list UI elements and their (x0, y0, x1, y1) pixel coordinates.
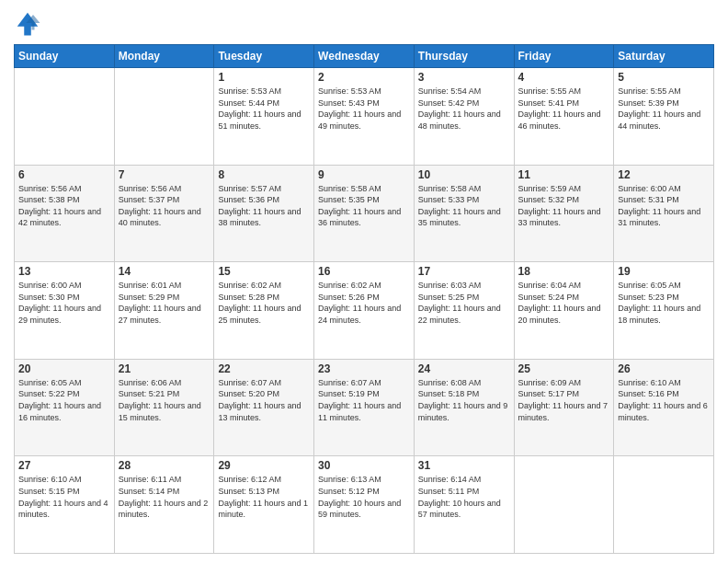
calendar-table: SundayMondayTuesdayWednesdayThursdayFrid… (14, 44, 714, 554)
calendar-cell (15, 68, 115, 166)
week-row-4: 27Sunrise: 6:10 AM Sunset: 5:15 PM Dayli… (15, 456, 714, 554)
day-info: Sunrise: 6:07 AM Sunset: 5:19 PM Dayligh… (318, 377, 410, 423)
weekday-header-monday: Monday (114, 45, 214, 68)
day-number: 7 (119, 168, 210, 181)
calendar-cell: 16Sunrise: 6:02 AM Sunset: 5:26 PM Dayli… (314, 262, 415, 360)
day-info: Sunrise: 5:56 AM Sunset: 5:38 PM Dayligh… (18, 183, 110, 229)
calendar-cell: 28Sunrise: 6:11 AM Sunset: 5:14 PM Dayli… (114, 456, 214, 554)
week-row-0: 1Sunrise: 5:53 AM Sunset: 5:44 PM Daylig… (15, 68, 714, 166)
day-info: Sunrise: 5:58 AM Sunset: 5:35 PM Dayligh… (318, 183, 410, 229)
day-info: Sunrise: 5:58 AM Sunset: 5:33 PM Dayligh… (418, 183, 510, 229)
weekday-header-row: SundayMondayTuesdayWednesdayThursdayFrid… (15, 45, 714, 68)
day-number: 12 (618, 168, 710, 181)
calendar-cell: 5Sunrise: 5:55 AM Sunset: 5:39 PM Daylig… (614, 68, 714, 166)
calendar-cell: 4Sunrise: 5:55 AM Sunset: 5:41 PM Daylig… (514, 68, 614, 166)
logo-icon (14, 9, 41, 37)
calendar-cell (514, 456, 614, 554)
weekday-header-friday: Friday (514, 45, 614, 68)
day-number: 14 (119, 265, 210, 278)
calendar-cell: 31Sunrise: 6:14 AM Sunset: 5:11 PM Dayli… (414, 456, 514, 554)
day-info: Sunrise: 6:02 AM Sunset: 5:28 PM Dayligh… (218, 280, 310, 326)
day-number: 23 (318, 362, 410, 375)
calendar-cell (614, 456, 714, 554)
page: SundayMondayTuesdayWednesdayThursdayFrid… (0, 0, 728, 563)
week-row-1: 6Sunrise: 5:56 AM Sunset: 5:38 PM Daylig… (15, 165, 714, 262)
day-number: 3 (418, 71, 510, 84)
day-info: Sunrise: 6:09 AM Sunset: 5:17 PM Dayligh… (518, 377, 610, 423)
day-number: 19 (618, 265, 710, 278)
day-info: Sunrise: 6:05 AM Sunset: 5:22 PM Dayligh… (18, 377, 110, 423)
weekday-header-tuesday: Tuesday (214, 45, 314, 68)
day-number: 26 (618, 362, 710, 375)
calendar-cell: 24Sunrise: 6:08 AM Sunset: 5:18 PM Dayli… (414, 359, 514, 456)
day-number: 28 (119, 459, 210, 472)
calendar-cell: 8Sunrise: 5:57 AM Sunset: 5:36 PM Daylig… (214, 165, 314, 262)
calendar-cell: 9Sunrise: 5:58 AM Sunset: 5:35 PM Daylig… (314, 165, 415, 262)
day-info: Sunrise: 6:01 AM Sunset: 5:29 PM Dayligh… (119, 280, 210, 326)
day-info: Sunrise: 5:54 AM Sunset: 5:42 PM Dayligh… (418, 86, 510, 132)
day-number: 11 (518, 168, 610, 181)
weekday-header-thursday: Thursday (414, 45, 514, 68)
calendar-cell: 27Sunrise: 6:10 AM Sunset: 5:15 PM Dayli… (15, 456, 115, 554)
calendar-cell: 22Sunrise: 6:07 AM Sunset: 5:20 PM Dayli… (214, 359, 314, 456)
day-info: Sunrise: 5:55 AM Sunset: 5:41 PM Dayligh… (518, 86, 610, 132)
day-info: Sunrise: 6:12 AM Sunset: 5:13 PM Dayligh… (218, 474, 310, 520)
day-info: Sunrise: 6:11 AM Sunset: 5:14 PM Dayligh… (119, 474, 210, 520)
day-info: Sunrise: 6:00 AM Sunset: 5:31 PM Dayligh… (618, 183, 710, 229)
day-number: 4 (518, 71, 610, 84)
day-number: 31 (418, 459, 510, 472)
day-number: 6 (18, 168, 110, 181)
calendar-cell: 14Sunrise: 6:01 AM Sunset: 5:29 PM Dayli… (114, 262, 214, 360)
calendar-cell: 18Sunrise: 6:04 AM Sunset: 5:24 PM Dayli… (514, 262, 614, 360)
day-info: Sunrise: 6:03 AM Sunset: 5:25 PM Dayligh… (418, 280, 510, 326)
day-info: Sunrise: 5:59 AM Sunset: 5:32 PM Dayligh… (518, 183, 610, 229)
calendar-cell: 19Sunrise: 6:05 AM Sunset: 5:23 PM Dayli… (614, 262, 714, 360)
day-info: Sunrise: 6:08 AM Sunset: 5:18 PM Dayligh… (418, 377, 510, 423)
calendar-cell: 21Sunrise: 6:06 AM Sunset: 5:21 PM Dayli… (114, 359, 214, 456)
day-number: 27 (18, 459, 110, 472)
day-info: Sunrise: 5:53 AM Sunset: 5:44 PM Dayligh… (218, 86, 310, 132)
day-number: 29 (218, 459, 310, 472)
day-info: Sunrise: 6:05 AM Sunset: 5:23 PM Dayligh… (618, 280, 710, 326)
day-info: Sunrise: 6:07 AM Sunset: 5:20 PM Dayligh… (218, 377, 310, 423)
day-number: 8 (218, 168, 310, 181)
logo (14, 9, 45, 37)
week-row-3: 20Sunrise: 6:05 AM Sunset: 5:22 PM Dayli… (15, 359, 714, 456)
day-info: Sunrise: 5:56 AM Sunset: 5:37 PM Dayligh… (119, 183, 210, 229)
calendar-cell: 29Sunrise: 6:12 AM Sunset: 5:13 PM Dayli… (214, 456, 314, 554)
day-number: 2 (318, 71, 410, 84)
day-number: 30 (318, 459, 410, 472)
day-info: Sunrise: 6:02 AM Sunset: 5:26 PM Dayligh… (318, 280, 410, 326)
calendar-cell: 7Sunrise: 5:56 AM Sunset: 5:37 PM Daylig… (114, 165, 214, 262)
calendar-cell: 3Sunrise: 5:54 AM Sunset: 5:42 PM Daylig… (414, 68, 514, 166)
day-info: Sunrise: 6:10 AM Sunset: 5:15 PM Dayligh… (18, 474, 110, 520)
calendar-cell: 2Sunrise: 5:53 AM Sunset: 5:43 PM Daylig… (314, 68, 415, 166)
calendar-cell: 13Sunrise: 6:00 AM Sunset: 5:30 PM Dayli… (15, 262, 115, 360)
weekday-header-saturday: Saturday (614, 45, 714, 68)
day-info: Sunrise: 5:55 AM Sunset: 5:39 PM Dayligh… (618, 86, 710, 132)
day-number: 24 (418, 362, 510, 375)
day-info: Sunrise: 6:04 AM Sunset: 5:24 PM Dayligh… (518, 280, 610, 326)
calendar-cell: 12Sunrise: 6:00 AM Sunset: 5:31 PM Dayli… (614, 165, 714, 262)
calendar-cell: 1Sunrise: 5:53 AM Sunset: 5:44 PM Daylig… (214, 68, 314, 166)
day-number: 25 (518, 362, 610, 375)
calendar-cell (114, 68, 214, 166)
day-info: Sunrise: 6:06 AM Sunset: 5:21 PM Dayligh… (119, 377, 210, 423)
calendar-cell: 26Sunrise: 6:10 AM Sunset: 5:16 PM Dayli… (614, 359, 714, 456)
calendar-cell: 6Sunrise: 5:56 AM Sunset: 5:38 PM Daylig… (15, 165, 115, 262)
day-number: 9 (318, 168, 410, 181)
day-number: 22 (218, 362, 310, 375)
calendar-cell: 10Sunrise: 5:58 AM Sunset: 5:33 PM Dayli… (414, 165, 514, 262)
day-number: 20 (18, 362, 110, 375)
day-info: Sunrise: 6:13 AM Sunset: 5:12 PM Dayligh… (318, 474, 410, 520)
day-number: 5 (618, 71, 710, 84)
calendar-cell: 25Sunrise: 6:09 AM Sunset: 5:17 PM Dayli… (514, 359, 614, 456)
day-number: 18 (518, 265, 610, 278)
calendar-cell: 15Sunrise: 6:02 AM Sunset: 5:28 PM Dayli… (214, 262, 314, 360)
day-info: Sunrise: 6:10 AM Sunset: 5:16 PM Dayligh… (618, 377, 710, 423)
weekday-header-wednesday: Wednesday (314, 45, 415, 68)
calendar-cell: 17Sunrise: 6:03 AM Sunset: 5:25 PM Dayli… (414, 262, 514, 360)
weekday-header-sunday: Sunday (15, 45, 115, 68)
header (14, 9, 714, 37)
day-number: 16 (318, 265, 410, 278)
